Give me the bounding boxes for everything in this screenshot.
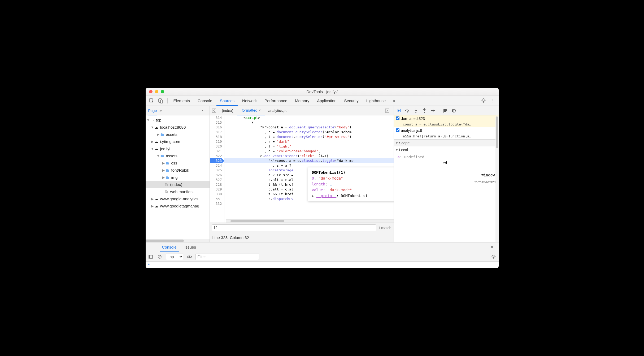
gear-icon[interactable]: [479, 97, 488, 105]
tree-img[interactable]: ▶🖿img: [146, 174, 210, 181]
drawer-tab-console[interactable]: Console: [160, 242, 179, 252]
minimize-icon[interactable]: [155, 90, 158, 93]
srctab-formatted[interactable]: :formatted ×: [237, 106, 264, 115]
editor-pane: (index) :formatted × analytics.js 314315…: [210, 106, 394, 242]
gutter[interactable]: 3143153163173183193203213223233243253263…: [210, 115, 224, 223]
cloud-icon: ☁: [154, 139, 159, 144]
search-input[interactable]: [212, 224, 376, 231]
tree-localhost[interactable]: ▼☁localhost:8080: [146, 124, 210, 131]
console-filter-input[interactable]: [195, 254, 259, 260]
tree-gtm[interactable]: ▶☁www.googletagmanag: [146, 202, 210, 210]
breakpoint-item[interactable]: :formatted:323 const a = e.classList.tog…: [394, 115, 499, 127]
tab-lighthouse[interactable]: Lighthouse: [363, 96, 389, 106]
tree-ga[interactable]: ▶☁www.google-analytics: [146, 195, 210, 202]
kebab-menu-icon[interactable]: ⋮: [148, 243, 156, 251]
scope-local[interactable]: ▼Local: [394, 146, 499, 153]
page-tab[interactable]: Page: [148, 106, 157, 115]
sidebar-toggle-icon[interactable]: [148, 254, 154, 260]
tab-performance[interactable]: Performance: [261, 96, 291, 106]
svg-point-3: [483, 100, 484, 102]
tree-font[interactable]: ▶🖿font/Rubik: [146, 167, 210, 174]
step-into-icon[interactable]: [413, 108, 419, 114]
h-scrollbar[interactable]: [146, 239, 210, 242]
tree-css[interactable]: ▶🖿css: [146, 159, 210, 167]
tree-folder[interactable]: ▶🖿assets: [146, 131, 210, 138]
svg-rect-12: [453, 110, 454, 112]
value-popover: DOMTokenList(1) 0: "dark-mode" length: 1…: [308, 167, 394, 201]
close-tab-icon[interactable]: ×: [259, 106, 261, 115]
close-drawer-icon[interactable]: ✕: [488, 243, 497, 251]
global-window: Window: [398, 172, 495, 178]
pause-exceptions-icon[interactable]: [451, 108, 457, 114]
svg-point-10: [434, 110, 435, 111]
main-row: Page » ⋮ ▼▭top ▼☁localhost:8080 ▶🖿assets…: [146, 106, 499, 242]
close-icon[interactable]: [149, 90, 153, 93]
nav-next-icon[interactable]: [385, 108, 391, 113]
tree-top[interactable]: ▼▭top: [146, 116, 210, 124]
kebab-menu-icon[interactable]: ⋮: [489, 97, 497, 105]
svg-point-7: [407, 111, 408, 112]
navigator-pane: Page » ⋮ ▼▭top ▼☁localhost:8080 ▶🖿assets…: [146, 106, 210, 242]
context-selector[interactable]: top: [166, 254, 183, 260]
editor-h-scrollbar[interactable]: [226, 219, 394, 223]
live-expression-icon[interactable]: [186, 254, 192, 260]
svg-point-9: [424, 112, 425, 113]
tab-security[interactable]: Security: [341, 96, 362, 106]
tab-elements[interactable]: Elements: [170, 96, 194, 106]
kebab-menu-icon[interactable]: ⋮: [198, 106, 207, 115]
tab-console[interactable]: Console: [194, 96, 216, 106]
tab-memory[interactable]: Memory: [291, 96, 313, 106]
tree-ytimg[interactable]: ▶☁i.ytimg.com: [146, 138, 210, 145]
svg-point-11: [452, 109, 456, 112]
step-out-icon[interactable]: [421, 108, 427, 114]
srctab-analytics[interactable]: analytics.js: [265, 106, 290, 115]
device-toggle-icon[interactable]: [156, 97, 165, 105]
maximize-icon[interactable]: [161, 90, 164, 93]
window-title: DevTools - jec.fyi/: [146, 89, 499, 94]
more-tabs-icon[interactable]: »: [390, 97, 398, 105]
svg-rect-2: [160, 100, 163, 103]
tree-index[interactable]: 🗎(index): [146, 181, 210, 188]
tree-webmanifest[interactable]: 🗎web.manifest: [146, 188, 210, 195]
cloud-icon: ☁: [154, 197, 159, 201]
step-icon[interactable]: [430, 108, 436, 114]
popover-title: DOMTokenList(1): [312, 170, 394, 175]
svg-rect-15: [149, 255, 150, 258]
gear-icon[interactable]: [491, 254, 497, 260]
nav-prev-icon[interactable]: [212, 108, 218, 113]
breakpoint-item[interactable]: analytics.js:9 a&&a.href}return a},B=fun…: [394, 127, 499, 139]
tab-application[interactable]: Application: [314, 96, 340, 106]
separator: [439, 108, 439, 113]
prompt: >: [148, 262, 150, 266]
scope-section: ▼Scope ▼Local a: undefined ed Window: [394, 139, 499, 179]
deactivate-bp-icon[interactable]: [442, 108, 448, 114]
svg-rect-13: [454, 110, 455, 112]
drawer-tab-issues[interactable]: Issues: [182, 242, 198, 252]
titlebar: DevTools - jec.fyi/: [146, 88, 499, 96]
window-controls: [149, 90, 164, 93]
tab-network[interactable]: Network: [239, 96, 260, 106]
v-scrollbar[interactable]: [495, 116, 499, 242]
inspect-icon[interactable]: [147, 97, 156, 105]
debugger-pane: :formatted:323 const a = e.classList.tog…: [394, 106, 499, 242]
bp-checkbox[interactable]: [396, 116, 399, 120]
svg-point-18: [493, 256, 494, 257]
folder-icon: 🖿: [160, 154, 165, 158]
step-over-icon[interactable]: [404, 108, 410, 114]
resume-icon[interactable]: [396, 108, 402, 114]
more-tabs-icon[interactable]: »: [159, 108, 162, 113]
tree-jecfyi[interactable]: ▼☁jec.fyi: [146, 145, 210, 152]
callstack-item[interactable]: :formatted:323: [394, 179, 499, 185]
file-tree[interactable]: ▼▭top ▼☁localhost:8080 ▶🖿assets ▶☁i.ytim…: [146, 115, 210, 239]
scope-header[interactable]: ▼Scope: [394, 140, 499, 146]
tree-assets2[interactable]: ▼🖿assets: [146, 152, 210, 159]
clear-console-icon[interactable]: [157, 254, 163, 260]
bp-checkbox[interactable]: [396, 128, 399, 132]
navigator-header: Page » ⋮: [146, 106, 210, 115]
debugger-toolbar: [394, 106, 499, 115]
tab-sources[interactable]: Sources: [216, 96, 238, 106]
source-tabs: (index) :formatted × analytics.js: [210, 106, 394, 115]
console-body[interactable]: >: [146, 262, 499, 268]
srctab-index[interactable]: (index): [218, 106, 237, 115]
code-editor[interactable]: 3143153163173183193203213223233243253263…: [210, 115, 394, 223]
